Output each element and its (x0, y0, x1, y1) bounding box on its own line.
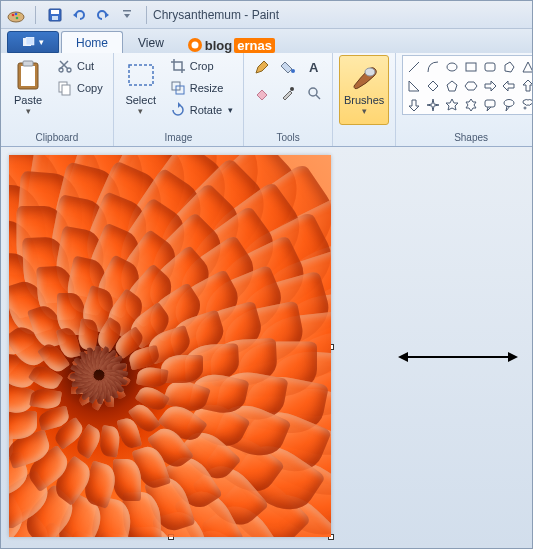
shape-curve[interactable] (424, 58, 442, 76)
window-title: Chrysanthemum - Paint (153, 8, 279, 22)
group-label (339, 131, 389, 146)
shape-pentagon[interactable] (443, 77, 461, 95)
svg-rect-30 (485, 63, 495, 71)
svg-rect-14 (21, 66, 35, 86)
shape-arrow-up[interactable] (519, 77, 533, 95)
save-icon[interactable] (44, 4, 66, 26)
svg-rect-15 (23, 61, 33, 66)
shape-hexagon[interactable] (462, 77, 480, 95)
shape-polygon[interactable] (500, 58, 518, 76)
crop-button[interactable]: Crop (166, 55, 237, 77)
svg-rect-31 (485, 100, 495, 107)
copy-icon (57, 80, 73, 96)
group-brushes: Brushes ▾ (333, 53, 396, 146)
svg-rect-8 (123, 10, 131, 12)
clipboard-icon (12, 60, 44, 92)
paste-button[interactable]: Paste ▾ (7, 55, 49, 125)
pencil-tool[interactable] (250, 55, 274, 79)
shape-line[interactable] (405, 58, 423, 76)
shape-oval[interactable] (443, 58, 461, 76)
shape-star4[interactable] (424, 96, 442, 114)
svg-rect-6 (51, 10, 59, 14)
group-label: Clipboard (7, 131, 107, 146)
shape-arrow-down[interactable] (405, 96, 423, 114)
crop-icon (170, 58, 186, 74)
svg-text:A: A (309, 60, 319, 75)
svg-rect-10 (26, 37, 34, 45)
canvas[interactable]: 2 (9, 155, 331, 537)
svg-point-32 (504, 100, 514, 107)
shape-star6[interactable] (462, 96, 480, 114)
svg-rect-20 (129, 65, 153, 85)
brushes-button[interactable]: Brushes ▾ (339, 55, 389, 125)
shape-star5[interactable] (443, 96, 461, 114)
shapes-gallery[interactable] (402, 55, 533, 115)
separator (35, 6, 36, 24)
image-content (9, 155, 331, 537)
chevron-down-icon: ▾ (138, 106, 143, 116)
fill-tool[interactable] (276, 55, 300, 79)
shape-arrow-left[interactable] (500, 77, 518, 95)
svg-rect-7 (52, 16, 58, 20)
text-tool[interactable]: A (302, 55, 326, 79)
ribbon-tab-strip: ▾ Home View blogernas (1, 29, 532, 53)
svg-point-2 (15, 12, 18, 15)
shape-rounded-rect[interactable] (481, 58, 499, 76)
chevron-down-icon: ▾ (362, 106, 367, 116)
magnifier-tool[interactable] (302, 81, 326, 105)
group-shapes: Shapes (396, 53, 533, 146)
app-menu-icon[interactable] (5, 4, 27, 26)
shape-callout-oval[interactable] (500, 96, 518, 114)
shape-callout-rounded[interactable] (481, 96, 499, 114)
select-icon (125, 60, 157, 92)
resize-button[interactable]: Resize (166, 77, 237, 99)
shape-triangle[interactable] (519, 58, 533, 76)
undo-icon[interactable] (68, 4, 90, 26)
redo-icon[interactable] (92, 4, 114, 26)
group-label: Tools (250, 131, 326, 146)
svg-rect-19 (62, 85, 70, 95)
group-clipboard: Paste ▾ Cut Copy Clipboard (1, 53, 114, 146)
svg-point-1 (12, 13, 15, 16)
group-image: Select ▾ Crop Resize Rotate ▾ Image (114, 53, 244, 146)
shape-right-triangle[interactable] (405, 77, 423, 95)
rotate-icon (170, 102, 186, 118)
resize-icon (170, 80, 186, 96)
select-button[interactable]: Select ▾ (120, 55, 162, 125)
rotate-button[interactable]: Rotate ▾ (166, 99, 237, 121)
svg-point-23 (291, 69, 295, 73)
shape-callout-cloud[interactable] (519, 96, 533, 114)
scissors-icon (57, 58, 73, 74)
shape-diamond[interactable] (424, 77, 442, 95)
chevron-down-icon: ▾ (228, 105, 233, 115)
svg-point-3 (18, 13, 21, 16)
svg-point-28 (447, 63, 457, 71)
chevron-down-icon: ▾ (26, 106, 31, 116)
svg-point-25 (290, 87, 294, 91)
svg-rect-29 (466, 63, 476, 71)
ribbon: Paste ▾ Cut Copy Clipboard (1, 53, 532, 147)
eraser-tool[interactable] (250, 81, 274, 105)
separator (146, 6, 147, 24)
svg-point-26 (309, 88, 317, 96)
brand-logo: blogernas (187, 37, 275, 53)
svg-point-17 (67, 68, 71, 72)
color-picker-tool[interactable] (276, 81, 300, 105)
chevron-down-icon: ▾ (39, 37, 44, 47)
copy-button[interactable]: Copy (53, 77, 107, 99)
canvas-workspace[interactable]: 2 (1, 147, 532, 548)
group-label: Shapes (402, 131, 533, 146)
svg-point-27 (365, 68, 375, 76)
tab-home[interactable]: Home (61, 31, 123, 53)
shape-arrow-right[interactable] (481, 77, 499, 95)
file-menu-button[interactable]: ▾ (7, 31, 59, 53)
svg-point-16 (59, 68, 63, 72)
group-label: Image (120, 131, 237, 146)
quick-access-toolbar (5, 4, 153, 26)
cut-button[interactable]: Cut (53, 55, 107, 77)
brush-icon (348, 60, 380, 92)
shape-rectangle[interactable] (462, 58, 480, 76)
qat-customize-icon[interactable] (116, 4, 138, 26)
tab-view[interactable]: View (123, 31, 179, 53)
horizontal-arrow-annotation (398, 349, 518, 365)
